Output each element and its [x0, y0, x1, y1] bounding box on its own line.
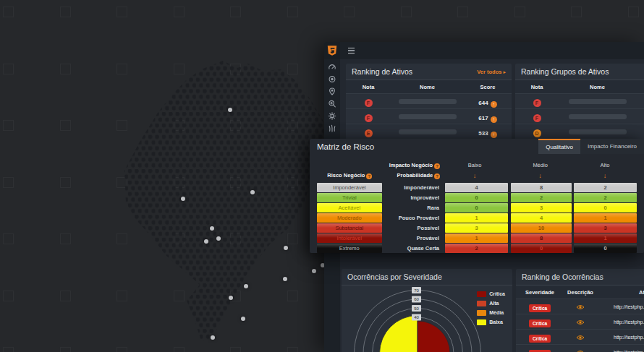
risk-level-label: Substancial: [317, 223, 382, 233]
matrix-cell[interactable]: 2: [445, 244, 508, 253]
menu-toggle-button[interactable]: [348, 48, 355, 54]
column-header-score: Score: [464, 80, 512, 94]
column-header-spacer: [636, 80, 644, 94]
sidebar-item-tools[interactable]: [327, 124, 337, 132]
matrix-cell[interactable]: 4: [445, 183, 508, 192]
legend-item[interactable]: Baixa: [477, 317, 505, 327]
table-row[interactable]: F: [515, 94, 644, 109]
column-header-severidade: Severidade: [516, 286, 564, 299]
table-row[interactable]: F: [515, 109, 644, 124]
panel-title: Matriz de Risco: [317, 142, 374, 151]
table-row[interactable]: Críticahttp://testphp.v: [516, 330, 644, 345]
matrix-cell[interactable]: 0: [445, 193, 508, 202]
matrix-cell[interactable]: 0: [574, 203, 637, 213]
screen: Ranking de Ativos Ver todos ▸ Nota Nome …: [0, 0, 644, 352]
asset-location-marker[interactable]: [241, 317, 245, 321]
map-marker-icon: [328, 87, 336, 95]
matrix-cell[interactable]: 0: [574, 244, 637, 253]
table-row[interactable]: E533↑: [346, 124, 512, 139]
matrix-cell[interactable]: 1: [445, 213, 508, 223]
asset-url[interactable]: http://testphp.v: [597, 345, 644, 352]
asset-location-marker[interactable]: [228, 108, 232, 112]
ver-todos-link[interactable]: Ver todos ▸: [477, 69, 506, 75]
column-header-ativo: Ativo: [597, 286, 644, 299]
ranking-ocorrencias-panel: Ranking de Ocorrências Severidade Descri…: [516, 269, 644, 352]
down-arrow-icon: ↓: [443, 172, 507, 179]
asset-url[interactable]: http://testphp.v: [597, 299, 644, 314]
matrix-cell[interactable]: 10: [511, 223, 572, 233]
sidebar-item-dashboard[interactable]: [327, 63, 337, 71]
sidebar-item-locations[interactable]: [327, 87, 337, 95]
tab-impacto-financeiro[interactable]: Impacto Financeiro: [580, 139, 644, 154]
help-icon[interactable]: ?: [434, 173, 440, 179]
matrix-cell[interactable]: 2: [511, 193, 572, 202]
grid-square: [571, 7, 582, 17]
asset-location-marker[interactable]: [250, 190, 255, 194]
asset-location-marker[interactable]: [229, 296, 233, 300]
column-header-nome: Nome: [391, 80, 464, 94]
grade-badge: F: [365, 114, 373, 122]
matrix-cell[interactable]: 0: [511, 244, 572, 253]
matrix-cell[interactable]: 3: [511, 203, 572, 213]
legend-item[interactable]: Alta: [477, 299, 505, 308]
redacted-group-name: [569, 129, 627, 134]
tab-qualitativo[interactable]: Qualitativo: [538, 139, 580, 154]
table-row[interactable]: D: [515, 124, 644, 139]
table-row[interactable]: Críticahttp://testphp.v: [516, 299, 644, 314]
app-logo[interactable]: [324, 42, 340, 59]
legend-item[interactable]: Crítica: [477, 289, 505, 299]
table-row[interactable]: Críticahttp://testphp.v: [516, 345, 644, 352]
matrix-cell[interactable]: 4: [511, 213, 572, 223]
search-plus-icon: [328, 100, 336, 108]
legend-item[interactable]: Média: [477, 308, 505, 317]
grid-square: [60, 177, 71, 188]
asset-location-marker[interactable]: [284, 246, 288, 250]
probability-row-label: Imponderável: [388, 183, 439, 192]
matrix-cell[interactable]: 1: [574, 233, 637, 243]
asset-location-marker[interactable]: [283, 277, 287, 281]
sector-baixa[interactable]: [380, 316, 418, 352]
help-icon[interactable]: ?: [434, 163, 440, 169]
sector-crítica[interactable]: [418, 321, 450, 352]
probability-row-label: Pouco Provável: [388, 213, 439, 223]
eye-icon[interactable]: [576, 319, 585, 325]
asset-url[interactable]: http://testphp.v: [597, 314, 644, 330]
sidebar-item-monitoring[interactable]: [327, 75, 337, 83]
legend-label: Baixa: [489, 319, 503, 325]
radial-tick-label: 50: [412, 305, 421, 312]
matrix-cell[interactable]: 1: [445, 233, 508, 243]
redacted-group-name: [569, 99, 627, 104]
eye-icon[interactable]: [576, 304, 585, 310]
risk-label: Risco Negócio: [327, 172, 365, 179]
severity-badge: Crítica: [529, 304, 551, 312]
grid-square: [514, 7, 525, 17]
matrix-cell[interactable]: 3: [574, 223, 637, 233]
matrix-cell[interactable]: 0: [445, 203, 508, 213]
trend-up-icon: ↑: [491, 116, 497, 123]
table-row[interactable]: Críticahttp://testphp.v: [516, 314, 644, 330]
asset-location-marker[interactable]: [181, 197, 185, 201]
asset-url[interactable]: http://testphp.v: [597, 330, 644, 345]
eye-icon[interactable]: [576, 335, 585, 340]
matrix-cell[interactable]: 1: [574, 213, 637, 223]
asset-location-marker[interactable]: [312, 269, 316, 273]
svg-text:70: 70: [414, 288, 419, 293]
brazil-dot-map: [114, 55, 339, 351]
asset-location-marker[interactable]: [216, 236, 221, 241]
asset-location-marker[interactable]: [210, 226, 214, 231]
matrix-cell[interactable]: 8: [511, 233, 572, 243]
grade-badge: D: [533, 129, 541, 137]
matrix-cell[interactable]: 8: [511, 183, 572, 192]
asset-location-marker[interactable]: [211, 335, 215, 340]
matrix-cell[interactable]: 2: [574, 193, 637, 202]
matrix-cell[interactable]: 2: [574, 183, 637, 192]
asset-location-marker[interactable]: [204, 239, 208, 244]
sidebar-item-scan[interactable]: [327, 100, 337, 108]
sidebar-item-settings[interactable]: [327, 112, 337, 120]
matrix-cell[interactable]: 3: [445, 223, 508, 233]
table-row[interactable]: F644↑: [346, 94, 512, 109]
asset-location-marker[interactable]: [244, 284, 248, 288]
grid-square: [60, 64, 71, 74]
table-row[interactable]: F617↑: [346, 109, 512, 124]
help-icon[interactable]: ?: [366, 173, 372, 179]
